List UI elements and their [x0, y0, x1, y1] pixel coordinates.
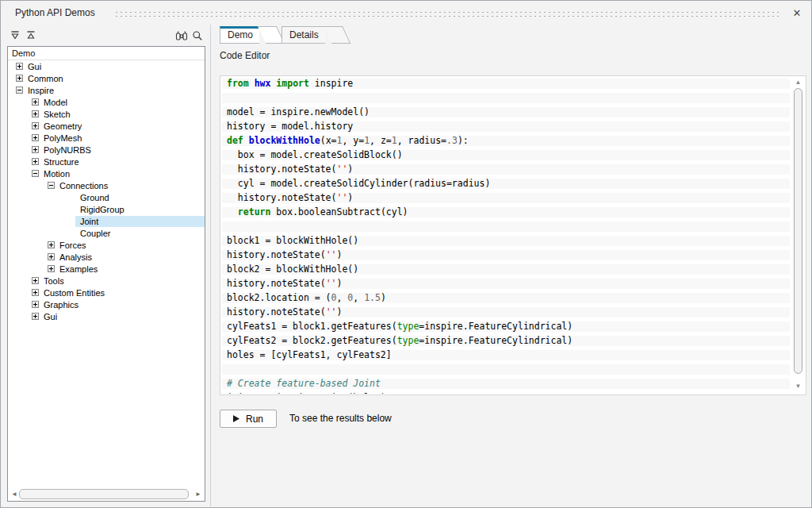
collapse-minus-icon[interactable]: [32, 170, 39, 177]
tree-item-polynurbs[interactable]: PolyNURBS: [8, 144, 205, 156]
tree-item-joint[interactable]: Joint: [8, 215, 205, 227]
expand-plus-icon[interactable]: [16, 75, 23, 82]
expand-plus-icon[interactable]: [32, 134, 39, 141]
tree-item-model[interactable]: Model: [8, 96, 205, 108]
scroll-left-icon[interactable]: ◄: [10, 488, 19, 500]
code-line: cylFeats1 = block1.getFeatures(type=insp…: [222, 321, 790, 332]
expand-plus-icon[interactable]: [32, 313, 39, 320]
run-button-label: Run: [246, 414, 263, 425]
tree-item-motion[interactable]: Motion: [8, 167, 205, 179]
tree-indent: [8, 221, 75, 221]
binoculars-icon[interactable]: [174, 29, 190, 43]
tree-item-sketch[interactable]: Sketch: [8, 108, 205, 120]
tree-item-custom-entities[interactable]: Custom Entities: [8, 287, 205, 298]
tree-item-geometry[interactable]: Geometry: [8, 120, 205, 132]
scroll-up-icon[interactable]: ▲: [792, 79, 804, 87]
collapse-minus-icon[interactable]: [16, 87, 23, 94]
search-icon[interactable]: [190, 29, 205, 43]
tree-item-label: Coupler: [75, 228, 205, 239]
python-api-demos-window: { "window": { "title": "Python API Demos…: [0, 0, 812, 508]
expand-plus-icon[interactable]: [32, 277, 39, 284]
tree-indent: [8, 304, 32, 305]
expand-plus-icon[interactable]: [16, 63, 23, 70]
scroll-down-icon[interactable]: ▼: [792, 383, 804, 391]
expand-plus-icon[interactable]: [32, 110, 39, 117]
tab-label: Details: [282, 26, 333, 40]
scrollbar-thumb[interactable]: [19, 489, 189, 499]
code-lines: from hwx import inspiremodel = inspire.n…: [222, 79, 790, 394]
expand-plus-icon[interactable]: [32, 146, 39, 153]
code-line: cyl = model.createSolidCylinder(radius=r…: [222, 179, 790, 189]
tree-body[interactable]: GuiCommonInspireModelSketchGeometryPolyM…: [8, 60, 205, 487]
tree-indent: [8, 292, 32, 293]
code-line: [222, 93, 790, 103]
tree-indent: [8, 185, 48, 186]
tree-item-gui[interactable]: Gui: [8, 60, 205, 72]
tree-item-ground[interactable]: Ground: [8, 191, 205, 203]
tree-item-examples[interactable]: Examples: [8, 263, 205, 275]
tree-indent: [8, 149, 32, 150]
run-button[interactable]: Run: [220, 410, 277, 428]
tree-item-forces[interactable]: Forces: [8, 239, 205, 251]
expand-plus-icon[interactable]: [32, 158, 39, 165]
expand-plus-icon[interactable]: [32, 98, 39, 106]
tree-item-label: RigidGroup: [75, 204, 205, 215]
tree-horizontal-scrollbar[interactable]: ◄ ►: [10, 488, 203, 500]
code-line: history.noteState(''): [222, 307, 790, 318]
tree-item-label: Sketch: [39, 109, 205, 120]
code-line: history = model.history: [222, 121, 790, 132]
tree-item-common[interactable]: Common: [8, 72, 205, 84]
tree-indent: [8, 173, 32, 174]
expand-plus-icon[interactable]: [48, 241, 55, 248]
collapse-all-icon[interactable]: [23, 29, 39, 43]
tree-item-gui[interactable]: Gui: [8, 310, 205, 322]
code-line: block1 = blockWithHole(): [222, 236, 790, 246]
demo-tree: Demo GuiCommonInspireModelSketchGeometry…: [7, 46, 205, 502]
tree-item-connections[interactable]: Connections: [8, 179, 205, 191]
tab-label: Demo: [220, 26, 267, 40]
tree-item-inspire[interactable]: Inspire: [8, 84, 205, 96]
tree-indent: [8, 137, 32, 138]
code-line: def blockWithHole(x=1, y=1, z=1, radius=…: [222, 136, 790, 146]
drag-handle-dots[interactable]: [114, 10, 779, 17]
tree-item-graphics[interactable]: Graphics: [8, 298, 205, 310]
expand-all-icon[interactable]: [7, 29, 23, 43]
scroll-right-icon[interactable]: ►: [193, 488, 203, 500]
tree-item-label: Joint: [75, 216, 205, 227]
tree-item-analysis[interactable]: Analysis: [8, 251, 205, 263]
tree-item-label: Structure: [39, 156, 205, 167]
tree-item-rigidgroup[interactable]: RigidGroup: [8, 203, 205, 215]
tab-demo[interactable]: Demo: [220, 26, 267, 44]
run-hint-text: To see the results below: [289, 413, 392, 424]
tree-item-label: Examples: [55, 264, 205, 275]
tree-indent: [8, 90, 16, 90]
expand-plus-icon[interactable]: [32, 122, 39, 129]
tree-item-label: Geometry: [39, 121, 205, 132]
tree-item-label: Analysis: [55, 252, 205, 263]
tree-indent: [8, 125, 32, 126]
tree-item-polymesh[interactable]: PolyMesh: [8, 132, 205, 144]
tree-indent: [8, 280, 32, 281]
tree-item-coupler[interactable]: Coupler: [8, 227, 205, 239]
expand-plus-icon[interactable]: [32, 301, 39, 308]
code-line: from hwx import inspire: [222, 79, 790, 89]
tab-details[interactable]: Details: [282, 26, 333, 44]
expand-plus-icon[interactable]: [32, 289, 39, 296]
tree-item-label: Connections: [55, 180, 205, 191]
code-line: [222, 221, 790, 232]
code-vertical-scrollbar[interactable]: ▲ ▼: [792, 77, 804, 394]
code-editor[interactable]: from hwx import inspiremodel = inspire.n…: [220, 75, 806, 395]
tree-header: Demo: [8, 47, 205, 60]
tree-item-tools[interactable]: Tools: [8, 275, 205, 287]
tree-item-structure[interactable]: Structure: [8, 156, 205, 167]
close-icon[interactable]: ✕: [789, 5, 805, 21]
code-line: holes = [cylFeats1, cylFeats2]: [222, 350, 790, 360]
collapse-minus-icon[interactable]: [48, 182, 55, 189]
scrollbar-thumb[interactable]: [794, 88, 802, 374]
window-title: Python API Demos: [15, 7, 95, 18]
tree-indent: [8, 161, 32, 162]
panel-separator: [210, 25, 211, 506]
expand-plus-icon[interactable]: [48, 253, 55, 260]
tree-item-label: PolyMesh: [39, 133, 205, 144]
expand-plus-icon[interactable]: [48, 265, 55, 272]
